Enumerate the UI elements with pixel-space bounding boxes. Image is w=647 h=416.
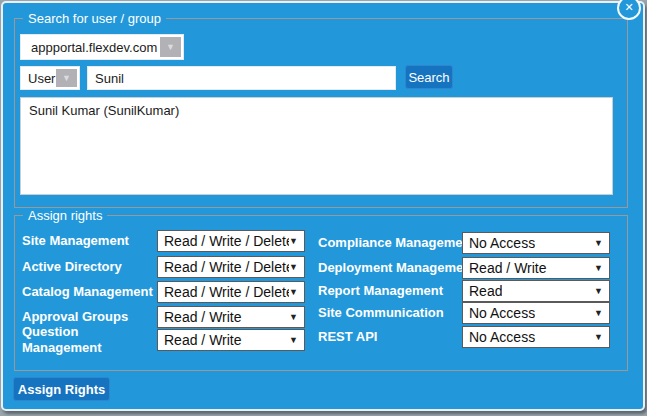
select-value: Read / Write [158, 309, 242, 325]
chevron-down-icon: ▼ [594, 332, 609, 342]
select-value: No Access [463, 305, 535, 321]
question-management-select[interactable]: Read / Write ▼ [157, 329, 305, 351]
select-value: Read / Write / Delete [158, 259, 289, 275]
domain-select-value: appportal.flexdev.com [31, 35, 157, 59]
active-directory-select[interactable]: Read / Write / Delete ▼ [157, 256, 305, 278]
label-site-communication: Site Communication [318, 305, 444, 321]
search-button[interactable]: Search [405, 65, 453, 89]
chevron-down-icon: ▼ [289, 312, 304, 322]
chevron-down-icon: ▼ [289, 335, 304, 345]
select-value: Read / Write [463, 260, 547, 276]
chevron-down-icon[interactable]: ▼ [160, 37, 181, 57]
select-value: No Access [463, 329, 535, 345]
scope-select-value: User [28, 67, 55, 89]
search-group-legend: Search for user / group [23, 11, 166, 26]
search-input[interactable] [87, 66, 396, 90]
catalog-management-select[interactable]: Read / Write / Delete ▼ [157, 281, 305, 303]
chevron-down-icon: ▼ [289, 262, 304, 272]
chevron-down-icon: ▼ [594, 308, 609, 318]
label-rest-api: REST API [318, 329, 377, 345]
label-active-directory: Active Directory [22, 259, 122, 275]
chevron-down-icon[interactable]: ▼ [56, 69, 77, 87]
select-value: Read / Write / Delete [158, 284, 289, 300]
chevron-down-icon: ▼ [594, 286, 609, 296]
chevron-down-icon: ▼ [594, 263, 609, 273]
domain-select[interactable]: appportal.flexdev.com ▼ [20, 34, 184, 60]
search-group: Search for user / group appportal.flexde… [14, 18, 628, 208]
site-communication-select[interactable]: No Access ▼ [462, 302, 610, 324]
site-management-select[interactable]: Read / Write / Delete ▼ [157, 230, 305, 252]
report-management-select[interactable]: Read ▼ [462, 280, 610, 302]
rest-api-select[interactable]: No Access ▼ [462, 326, 610, 348]
assign-rights-dialog: ✕ Search for user / group appportal.flex… [1, 1, 645, 411]
search-results-list[interactable]: Sunil Kumar (SunilKumar) [20, 97, 613, 195]
label-deployment-management: Deployment Management [318, 260, 475, 276]
list-item[interactable]: Sunil Kumar (SunilKumar) [21, 98, 612, 118]
label-report-management: Report Management [318, 283, 443, 299]
chevron-down-icon: ▼ [289, 236, 304, 246]
select-value: Read [463, 283, 502, 299]
label-approval-groups: Approval Groups [22, 309, 128, 325]
scope-select[interactable]: User ▼ [20, 66, 80, 90]
assign-rights-group: Assign rights Site Management Read / Wri… [14, 215, 628, 371]
assign-rights-group-legend: Assign rights [23, 208, 107, 223]
chevron-down-icon: ▼ [289, 287, 304, 297]
approval-groups-select[interactable]: Read / Write ▼ [157, 306, 305, 328]
chevron-down-icon: ▼ [594, 238, 609, 248]
label-site-management: Site Management [22, 233, 129, 249]
label-compliance-management: Compliance Management [318, 235, 475, 251]
select-value: Read / Write / Delete [158, 233, 289, 249]
compliance-management-select[interactable]: No Access ▼ [462, 232, 610, 254]
deployment-management-select[interactable]: Read / Write ▼ [462, 257, 610, 279]
select-value: No Access [463, 235, 535, 251]
assign-rights-button[interactable]: Assign Rights [13, 377, 110, 401]
label-question-management: Question Management [22, 324, 147, 356]
close-icon[interactable]: ✕ [617, 0, 641, 20]
select-value: Read / Write [158, 332, 242, 348]
label-catalog-management: Catalog Management [22, 284, 153, 300]
